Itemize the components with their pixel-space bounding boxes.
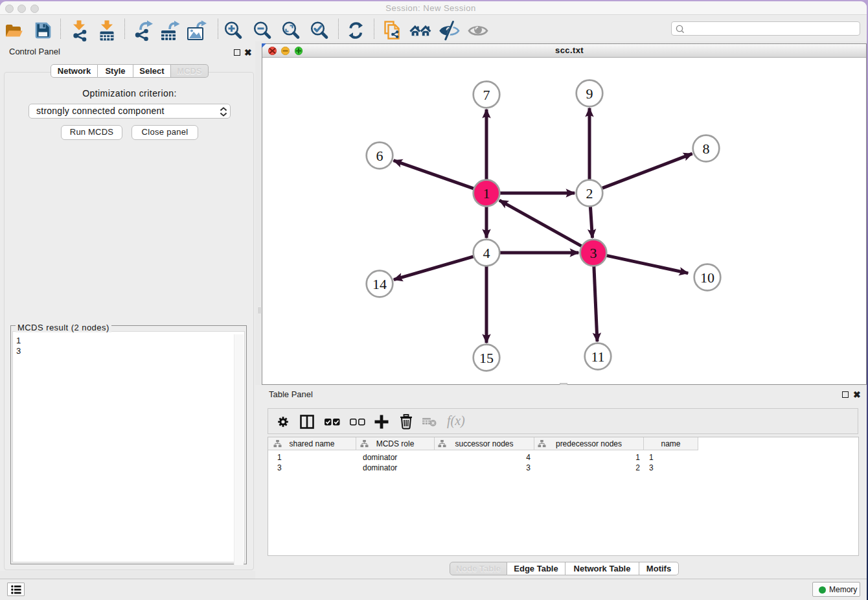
svg-text:6: 6 bbox=[376, 148, 383, 164]
svg-text:7: 7 bbox=[483, 87, 490, 103]
svg-text:15: 15 bbox=[479, 350, 494, 366]
svg-text:3: 3 bbox=[590, 245, 597, 261]
svg-text:10: 10 bbox=[700, 270, 714, 286]
svg-text:9: 9 bbox=[586, 86, 593, 102]
svg-text:14: 14 bbox=[372, 276, 387, 292]
svg-text:1: 1 bbox=[483, 185, 490, 202]
svg-text:4: 4 bbox=[483, 245, 490, 261]
svg-text:2: 2 bbox=[586, 185, 593, 202]
svg-text:11: 11 bbox=[591, 349, 604, 365]
svg-text:8: 8 bbox=[703, 141, 710, 157]
